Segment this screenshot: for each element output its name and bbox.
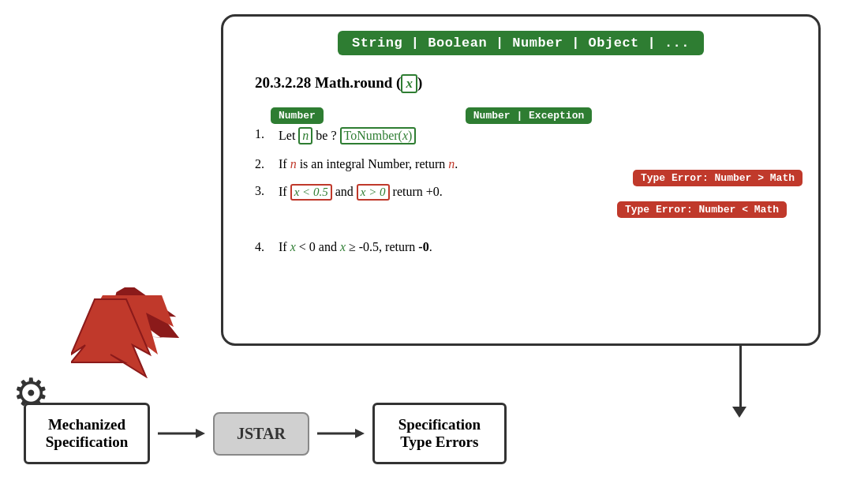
step-1-num: 1. <box>255 127 279 141</box>
mech-spec-line2: Specification <box>46 433 129 450</box>
step2-text: If <box>279 157 290 171</box>
math-title: 20.3.2.28 Math.round (x) <box>255 74 795 93</box>
step-4-num: 4. <box>255 240 279 254</box>
step2-text3: . <box>455 157 458 171</box>
steps: 1. Let n be ? ToNumber(x) 2. If n is an … <box>255 127 795 254</box>
spec-errors-box: Specification Type Errors <box>372 403 507 464</box>
red-big-arrow <box>71 291 174 381</box>
spec-errors-line2: Type Errors <box>400 433 478 450</box>
step-3-content: If x < 0.5 and x > 0 return +0. <box>279 184 795 201</box>
jstar-label: JSTAR <box>237 425 286 442</box>
step-3-num: 3. <box>255 184 279 198</box>
step-4: 4. If x < 0 and x ≥ -0.5, return -0. <box>255 240 795 254</box>
svg-marker-4 <box>196 429 205 438</box>
step3-text-and: and <box>332 185 357 198</box>
step3-x2: x > 0 <box>357 184 390 201</box>
mech-spec-line1: Mechanized <box>48 416 125 433</box>
step3-text-after: return +0. <box>390 185 443 198</box>
step-1-content: Let n be ? ToNumber(x) <box>279 127 795 144</box>
type-error-1: Type Error: Number > Math <box>633 170 803 186</box>
number-exception-annotation: Number | Exception <box>466 107 592 124</box>
flow-diagram: Mechanized Specification JSTAR Specifica… <box>24 403 507 464</box>
step2-text2: is an integral Number, return <box>297 157 449 171</box>
x-variable: x <box>401 74 417 93</box>
arrow-to-jstar <box>158 422 205 445</box>
vertical-connector-line <box>739 346 742 409</box>
spec-errors-line1: Specification <box>398 416 481 433</box>
step-2-num: 2. <box>255 157 279 171</box>
annotations-row: Number Number | Exception <box>271 107 795 124</box>
svg-marker-6 <box>355 429 365 438</box>
step3-text-before: If <box>279 185 290 198</box>
jstar-box: JSTAR <box>213 412 309 456</box>
svg-marker-2 <box>71 299 150 377</box>
step1-text-before: Let <box>279 129 298 142</box>
step-3-container: 3. If x < 0.5 and x > 0 return +0. Type … <box>255 184 795 201</box>
spec-box: String | Boolean | Number | Object | ...… <box>221 14 821 346</box>
step-4-content: If x < 0 and x ≥ -0.5, return -0. <box>279 240 795 254</box>
step-3: 3. If x < 0.5 and x > 0 return +0. <box>255 184 795 201</box>
number-annotation: Number <box>271 107 324 124</box>
step1-n: n <box>298 127 312 144</box>
math-title-prefix: 20.3.2.28 Math.round ( <box>255 74 401 91</box>
step3-x1: x < 0.5 <box>290 184 332 201</box>
step1-text-middle: be ? <box>312 129 339 142</box>
vertical-connector-arrow <box>732 407 746 418</box>
type-error-2: Type Error: Number < Math <box>617 201 787 218</box>
math-title-suffix: ) <box>417 74 422 91</box>
type-banner: String | Boolean | Number | Object | ... <box>338 31 704 55</box>
mech-spec-box: Mechanized Specification <box>24 403 150 464</box>
step-1: 1. Let n be ? ToNumber(x) <box>255 127 795 144</box>
step4-text: If x < 0 and x ≥ -0.5, return -0. <box>279 240 432 253</box>
to-number-call: ToNumber(x) <box>340 127 417 144</box>
step2-n: n <box>290 157 297 171</box>
arrow-to-spec-errors <box>317 422 365 445</box>
